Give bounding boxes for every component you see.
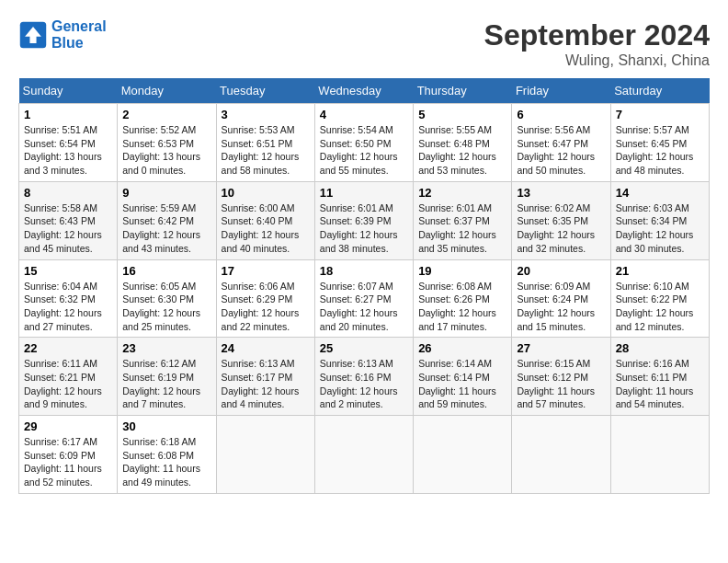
calendar-day-cell: 12Sunrise: 6:01 AMSunset: 6:37 PMDayligh…	[414, 181, 512, 259]
day-number: 7	[616, 108, 704, 121]
calendar-day-cell: 5Sunrise: 5:55 AMSunset: 6:48 PMDaylight…	[414, 104, 512, 182]
day-number: 10	[222, 186, 310, 200]
cell-info: Sunrise: 5:53 AMSunset: 6:51 PMDaylight:…	[222, 124, 300, 176]
cell-info: Sunrise: 6:14 AMSunset: 6:14 PMDaylight:…	[418, 358, 496, 409]
cell-info: Sunrise: 6:11 AMSunset: 6:21 PMDaylight:…	[24, 358, 102, 409]
calendar-day-cell: 9Sunrise: 5:59 AMSunset: 6:42 PMDaylight…	[118, 181, 216, 259]
day-number: 16	[122, 264, 210, 278]
cell-info: Sunrise: 6:01 AMSunset: 6:37 PMDaylight:…	[418, 202, 496, 254]
day-number: 18	[320, 264, 408, 278]
day-number: 5	[418, 108, 506, 121]
calendar-day-cell: 6Sunrise: 5:56 AMSunset: 6:47 PMDaylight…	[512, 104, 610, 182]
calendar-day-cell: 4Sunrise: 5:54 AMSunset: 6:50 PMDaylight…	[314, 104, 413, 182]
day-number: 19	[418, 264, 506, 278]
calendar-day-cell: 27Sunrise: 6:15 AMSunset: 6:12 PMDayligh…	[512, 338, 610, 416]
day-number: 12	[418, 186, 506, 200]
day-number: 24	[222, 341, 310, 355]
calendar-day-cell: 25Sunrise: 6:13 AMSunset: 6:16 PMDayligh…	[314, 338, 413, 416]
month-title: September 2024	[484, 18, 710, 52]
day-number: 30	[122, 419, 210, 433]
calendar-day-cell: 18Sunrise: 6:07 AMSunset: 6:27 PMDayligh…	[314, 259, 413, 338]
empty-cell	[512, 416, 610, 494]
calendar-body: 1Sunrise: 5:51 AMSunset: 6:54 PMDaylight…	[19, 104, 710, 494]
day-number: 13	[517, 186, 605, 200]
calendar-day-cell: 3Sunrise: 5:53 AMSunset: 6:51 PMDaylight…	[216, 104, 314, 182]
calendar-week-row: 8Sunrise: 5:58 AMSunset: 6:43 PMDaylight…	[19, 181, 710, 259]
calendar-week-row: 29Sunrise: 6:17 AMSunset: 6:09 PMDayligh…	[19, 416, 710, 494]
cell-info: Sunrise: 6:06 AMSunset: 6:29 PMDaylight:…	[222, 281, 300, 332]
column-header-saturday: Saturday	[610, 78, 709, 104]
cell-info: Sunrise: 5:52 AMSunset: 6:53 PMDaylight:…	[122, 124, 200, 176]
logo: General Blue	[18, 18, 107, 52]
cell-info: Sunrise: 6:08 AMSunset: 6:26 PMDaylight:…	[418, 281, 496, 332]
calendar-day-cell: 17Sunrise: 6:06 AMSunset: 6:29 PMDayligh…	[216, 259, 314, 338]
calendar-day-cell: 21Sunrise: 6:10 AMSunset: 6:22 PMDayligh…	[610, 259, 709, 338]
empty-cell	[216, 416, 314, 494]
day-number: 14	[616, 186, 704, 200]
calendar-day-cell: 19Sunrise: 6:08 AMSunset: 6:26 PMDayligh…	[414, 259, 512, 338]
empty-cell	[610, 416, 709, 494]
calendar-week-row: 15Sunrise: 6:04 AMSunset: 6:32 PMDayligh…	[19, 259, 710, 338]
logo-icon	[18, 20, 48, 50]
cell-info: Sunrise: 6:02 AMSunset: 6:35 PMDaylight:…	[517, 202, 595, 254]
empty-cell	[314, 416, 413, 494]
calendar-day-cell: 8Sunrise: 5:58 AMSunset: 6:43 PMDaylight…	[19, 181, 118, 259]
cell-info: Sunrise: 6:05 AMSunset: 6:30 PMDaylight:…	[122, 281, 200, 332]
cell-info: Sunrise: 6:13 AMSunset: 6:17 PMDaylight:…	[222, 358, 300, 409]
day-number: 26	[418, 341, 506, 355]
cell-info: Sunrise: 6:12 AMSunset: 6:19 PMDaylight:…	[122, 358, 200, 409]
column-header-wednesday: Wednesday	[314, 78, 413, 104]
title-block: September 2024 Wuling, Shanxi, China	[484, 18, 710, 69]
cell-info: Sunrise: 5:59 AMSunset: 6:42 PMDaylight:…	[122, 202, 200, 254]
cell-info: Sunrise: 6:09 AMSunset: 6:24 PMDaylight:…	[517, 281, 595, 332]
cell-info: Sunrise: 6:03 AMSunset: 6:34 PMDaylight:…	[616, 202, 694, 254]
day-number: 29	[24, 419, 112, 433]
cell-info: Sunrise: 6:15 AMSunset: 6:12 PMDaylight:…	[517, 358, 595, 409]
day-number: 23	[122, 341, 210, 355]
day-number: 11	[320, 186, 408, 200]
calendar-day-cell: 28Sunrise: 6:16 AMSunset: 6:11 PMDayligh…	[610, 338, 709, 416]
calendar-day-cell: 15Sunrise: 6:04 AMSunset: 6:32 PMDayligh…	[19, 259, 118, 338]
calendar-day-cell: 14Sunrise: 6:03 AMSunset: 6:34 PMDayligh…	[610, 181, 709, 259]
cell-info: Sunrise: 5:54 AMSunset: 6:50 PMDaylight:…	[320, 124, 398, 176]
empty-cell	[414, 416, 512, 494]
calendar-day-cell: 11Sunrise: 6:01 AMSunset: 6:39 PMDayligh…	[314, 181, 413, 259]
cell-info: Sunrise: 6:04 AMSunset: 6:32 PMDaylight:…	[24, 281, 102, 332]
cell-info: Sunrise: 6:07 AMSunset: 6:27 PMDaylight:…	[320, 281, 398, 332]
calendar-header-row: SundayMondayTuesdayWednesdayThursdayFrid…	[19, 78, 710, 104]
day-number: 21	[616, 264, 704, 278]
day-number: 15	[24, 264, 112, 278]
column-header-tuesday: Tuesday	[216, 78, 314, 104]
cell-info: Sunrise: 5:57 AMSunset: 6:45 PMDaylight:…	[616, 124, 694, 176]
cell-info: Sunrise: 5:56 AMSunset: 6:47 PMDaylight:…	[517, 124, 595, 176]
column-header-sunday: Sunday	[19, 78, 118, 104]
cell-info: Sunrise: 5:58 AMSunset: 6:43 PMDaylight:…	[24, 202, 102, 254]
cell-info: Sunrise: 6:01 AMSunset: 6:39 PMDaylight:…	[320, 202, 398, 254]
calendar-day-cell: 26Sunrise: 6:14 AMSunset: 6:14 PMDayligh…	[414, 338, 512, 416]
day-number: 3	[222, 108, 310, 121]
logo-text: General Blue	[51, 18, 107, 52]
day-number: 4	[320, 108, 408, 121]
calendar-day-cell: 16Sunrise: 6:05 AMSunset: 6:30 PMDayligh…	[118, 259, 216, 338]
day-number: 1	[24, 108, 112, 121]
cell-info: Sunrise: 6:13 AMSunset: 6:16 PMDaylight:…	[320, 358, 398, 409]
calendar-day-cell: 30Sunrise: 6:18 AMSunset: 6:08 PMDayligh…	[118, 416, 216, 494]
column-header-monday: Monday	[118, 78, 216, 104]
calendar-day-cell: 29Sunrise: 6:17 AMSunset: 6:09 PMDayligh…	[19, 416, 118, 494]
calendar-day-cell: 2Sunrise: 5:52 AMSunset: 6:53 PMDaylight…	[118, 104, 216, 182]
cell-info: Sunrise: 6:18 AMSunset: 6:08 PMDaylight:…	[122, 436, 200, 488]
day-number: 8	[24, 186, 112, 200]
calendar-week-row: 22Sunrise: 6:11 AMSunset: 6:21 PMDayligh…	[19, 338, 710, 416]
cell-info: Sunrise: 6:17 AMSunset: 6:09 PMDaylight:…	[24, 436, 102, 488]
calendar-day-cell: 1Sunrise: 5:51 AMSunset: 6:54 PMDaylight…	[19, 104, 118, 182]
column-header-friday: Friday	[512, 78, 610, 104]
cell-info: Sunrise: 5:55 AMSunset: 6:48 PMDaylight:…	[418, 124, 496, 176]
day-number: 2	[122, 108, 210, 121]
cell-info: Sunrise: 6:00 AMSunset: 6:40 PMDaylight:…	[222, 202, 300, 254]
day-number: 20	[517, 264, 605, 278]
page-header: General Blue September 2024 Wuling, Shan…	[18, 18, 710, 69]
calendar-day-cell: 13Sunrise: 6:02 AMSunset: 6:35 PMDayligh…	[512, 181, 610, 259]
location: Wuling, Shanxi, China	[484, 52, 710, 69]
day-number: 28	[616, 341, 704, 355]
calendar-day-cell: 23Sunrise: 6:12 AMSunset: 6:19 PMDayligh…	[118, 338, 216, 416]
